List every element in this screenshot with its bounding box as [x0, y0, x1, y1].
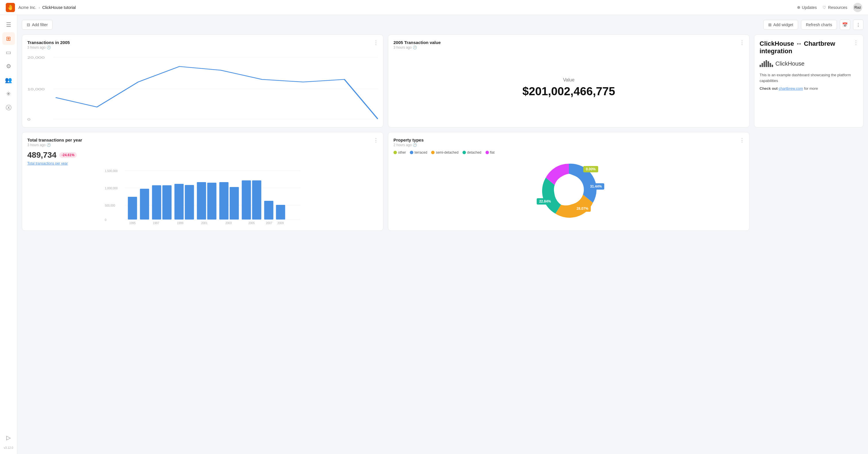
- add-widget-label: Add widget: [773, 23, 793, 27]
- svg-text:2001: 2001: [201, 221, 208, 225]
- svg-text:May 2005: May 2005: [167, 121, 192, 122]
- svg-rect-23: [162, 185, 172, 219]
- transactions-2005-card: Transactions in 2005 3 hours ago 🕐 ⋮ 20,…: [22, 34, 383, 127]
- updates-button[interactable]: Updates: [797, 5, 817, 10]
- calendar-icon-button[interactable]: 📅: [840, 20, 850, 30]
- avatar[interactable]: Raz: [853, 3, 862, 12]
- clickhouse-info-card: ⋮ ClickHouse ↔ Chartbrew integration Cli…: [754, 34, 863, 127]
- svg-rect-27: [207, 183, 217, 219]
- svg-text:Nov 2005: Nov 2005: [353, 121, 377, 122]
- stat-badge: -24.61%: [59, 152, 77, 158]
- total-transactions-card: Total transactions per year 3 hours ago …: [22, 132, 383, 231]
- legend-label-flat: flat: [490, 150, 495, 154]
- total-transactions-menu[interactable]: ⋮: [373, 137, 378, 143]
- sidebar-item-users[interactable]: 👥: [2, 74, 15, 86]
- transactions-2005-subtitle: 3 hours ago 🕐: [27, 46, 378, 50]
- sidebar: ☰ ⊞ ▭ ⚙ 👥 ✳ ⓧ ▷ v3.12.0: [0, 15, 17, 454]
- legend-label-detached: detached: [467, 150, 481, 154]
- transactions-2005-menu[interactable]: ⋮: [373, 39, 378, 46]
- sidebar-item-display[interactable]: ▭: [2, 46, 15, 59]
- breadcrumb-separator: ›: [38, 5, 40, 10]
- topbar: 🤚 Acme Inc. › ClickHouse tutorial Update…: [0, 0, 868, 15]
- add-widget-button[interactable]: ⊞ Add widget: [763, 20, 798, 30]
- refresh-charts-button[interactable]: Refresh charts: [801, 20, 837, 30]
- resources-label: Resources: [828, 5, 847, 10]
- more-options-button[interactable]: ⋮: [853, 20, 863, 30]
- svg-point-42: [554, 175, 584, 205]
- expand-icon: ▷: [6, 434, 11, 441]
- add-filter-button[interactable]: ⊟ Add filter: [22, 20, 53, 30]
- property-types-title: Property types: [394, 138, 744, 143]
- value-label: Value: [563, 78, 575, 83]
- filter-icon: ⊟: [27, 23, 30, 27]
- main-content: ⊟ Add filter ⊞ Add widget Refresh charts…: [17, 15, 868, 454]
- svg-text:28.07%: 28.07%: [577, 207, 588, 211]
- legend-item-terraced: terraced: [410, 150, 427, 154]
- svg-text:31.44%: 31.44%: [590, 184, 602, 188]
- svg-rect-20: [128, 197, 137, 219]
- property-types-menu[interactable]: ⋮: [739, 137, 745, 143]
- sidebar-item-integrations[interactable]: ✳: [2, 87, 15, 100]
- sidebar-item-settings[interactable]: ⚙: [2, 60, 15, 72]
- property-types-card: Property types 2 hours ago 🕐 ⋮ other ter…: [388, 132, 749, 231]
- chart-legend: other terraced semi-detached detached fl…: [394, 150, 744, 154]
- sidebar-bottom: ▷ v3.12.0: [2, 431, 15, 449]
- legend-label-terraced: terraced: [414, 150, 427, 154]
- svg-text:Jul 2005: Jul 2005: [231, 121, 252, 122]
- breadcrumb: Acme Inc. › ClickHouse tutorial: [19, 5, 76, 10]
- svg-text:2007: 2007: [266, 221, 272, 225]
- integrations-icon: ✳: [6, 90, 11, 97]
- svg-text:22.84%: 22.84%: [539, 200, 551, 204]
- app-logo: 🤚: [6, 3, 15, 12]
- clock-icon-3: 🕐: [46, 143, 51, 147]
- legend-dot-other: [394, 151, 397, 154]
- legend-label-other: other: [398, 150, 406, 154]
- heart-icon: ♡: [823, 5, 826, 10]
- legend-dot-detached: [463, 151, 466, 154]
- widget-icon: ⊞: [768, 23, 772, 27]
- add-filter-label: Add filter: [32, 23, 48, 27]
- transaction-value-title: 2005 Transaction value: [394, 40, 744, 45]
- company-name: Acme Inc.: [19, 5, 36, 10]
- clickhouse-logo: ClickHouse: [760, 60, 858, 67]
- toolbar: ⊟ Add filter ⊞ Add widget Refresh charts…: [22, 20, 863, 30]
- sidebar-item-close[interactable]: ⓧ: [2, 101, 15, 114]
- sidebar-expand-button[interactable]: ▷: [2, 431, 15, 444]
- property-types-subtitle: 2 hours ago 🕐: [394, 143, 744, 147]
- legend-dot-terraced: [410, 151, 413, 154]
- menu-icon: ☰: [6, 21, 11, 28]
- chartbrew-link[interactable]: chartbrew.com: [779, 86, 803, 91]
- svg-rect-26: [197, 182, 206, 219]
- version-label: v3.12.0: [4, 446, 13, 449]
- svg-text:0.00%: 0.00%: [586, 167, 595, 171]
- svg-text:0: 0: [105, 218, 107, 221]
- transactions-2005-title: Transactions in 2005: [27, 40, 378, 45]
- legend-item-semi-detached: semi-detached: [431, 150, 459, 154]
- value-display: Value $201,002,466,775: [394, 53, 744, 122]
- calendar-icon: 📅: [842, 22, 848, 28]
- svg-rect-21: [140, 189, 149, 219]
- sidebar-item-menu[interactable]: ☰: [2, 19, 15, 31]
- svg-text:10,000: 10,000: [27, 87, 44, 91]
- transaction-value-menu[interactable]: ⋮: [739, 39, 745, 46]
- svg-text:1,000,000: 1,000,000: [105, 187, 118, 190]
- clickhouse-bars-icon: [760, 60, 773, 67]
- info-card-menu[interactable]: ⋮: [853, 39, 859, 46]
- svg-text:500,000: 500,000: [105, 204, 116, 207]
- resources-button[interactable]: ♡ Resources: [823, 5, 847, 10]
- refresh-label: Refresh charts: [806, 23, 832, 27]
- sidebar-item-grid[interactable]: ⊞: [2, 32, 15, 45]
- topbar-right: Updates ♡ Resources Raz: [797, 3, 862, 12]
- display-icon: ▭: [6, 49, 11, 56]
- legend-item-detached: detached: [463, 150, 481, 154]
- svg-rect-30: [242, 180, 251, 219]
- clock-icon-4: 🕐: [413, 143, 417, 147]
- stat-link[interactable]: Total transactions per year: [27, 161, 378, 165]
- svg-text:Jan 2005: Jan 2005: [44, 121, 67, 122]
- info-card-title: ClickHouse ↔ Chartbrew integration: [760, 40, 858, 55]
- stat-row: 489,734 -24.61%: [27, 150, 378, 160]
- users-icon: 👥: [5, 77, 12, 84]
- ellipsis-icon: ⋮: [856, 22, 861, 28]
- svg-rect-29: [230, 187, 239, 219]
- transaction-value-card: 2005 Transaction value 3 hours ago 🕐 ⋮ V…: [388, 34, 749, 127]
